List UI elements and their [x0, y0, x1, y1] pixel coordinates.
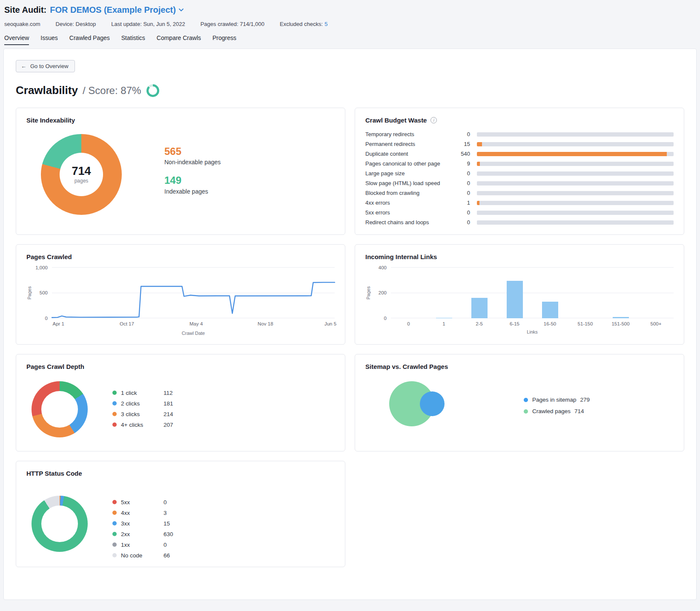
x-tick: 2-5 — [462, 321, 497, 326]
tab-overview[interactable]: Overview — [4, 34, 29, 45]
y-tick: 1,000 — [35, 265, 48, 270]
legend-dot — [112, 500, 117, 504]
last-update-label: Last update: Sun, Jun 5, 2022 — [111, 21, 185, 27]
budget-bar-track — [477, 181, 674, 186]
legend-value: 3 — [164, 510, 167, 516]
excluded-checks-label: Excluded checks: — [280, 21, 323, 27]
legend-item-3-clicks: 3 clicks 214 — [112, 411, 173, 417]
crawl-budget-row: Blocked from crawling0 — [365, 189, 674, 197]
card-pages-crawled: Pages Crawled Pages 1,000 500 0 Apr — [16, 244, 345, 345]
excluded-checks: Excluded checks:5 — [280, 21, 327, 27]
legend-value: 181 — [164, 400, 173, 407]
x-tick: 1 — [426, 321, 462, 326]
links-bar[interactable] — [507, 281, 523, 319]
legend-value: 15 — [164, 520, 170, 527]
x-tick: Apr 1 — [53, 321, 65, 326]
tab-crawled-pages[interactable]: Crawled Pages — [69, 34, 110, 45]
header: Site Audit: FOR DEMOS (Example Project) … — [0, 0, 700, 45]
budget-bar-track — [477, 171, 674, 176]
legend-dot — [112, 532, 117, 536]
excluded-checks-link[interactable]: 5 — [324, 21, 327, 27]
budget-bar-track — [477, 132, 674, 137]
donut-center: 714 pages — [60, 153, 103, 196]
pages-crawled-plot[interactable] — [52, 267, 335, 318]
tab-compare-crawls[interactable]: Compare Crawls — [157, 34, 201, 45]
legend-label: Pages in sitemap — [532, 397, 577, 403]
crawl-depth-legend: 1 click 112 2 clicks 181 3 clicks 214 — [112, 390, 173, 443]
card-sitemap-vs-crawled: Sitemap vs. Crawled Pages Pages in sitem… — [355, 354, 684, 451]
device-label: Device: Desktop — [56, 21, 96, 27]
back-button-label: Go to Overview — [30, 63, 69, 69]
crawl-budget-row: Redirect chains and loops0 — [365, 219, 674, 226]
legend-label: 3xx — [121, 520, 164, 527]
legend-item-2xx: 2xx 630 — [112, 531, 173, 537]
http-status-donut-wrap — [32, 496, 88, 553]
card-title-http-status-code: HTTP Status Code — [26, 470, 335, 477]
card-site-indexability: Site Indexability 714 pages 565 Non-inde… — [16, 108, 345, 235]
crawl-budget-row: 5xx errors0 — [365, 209, 674, 216]
legend-dot — [112, 511, 117, 515]
card-title-sitemap-vs-crawled: Sitemap vs. Crawled Pages — [365, 363, 674, 370]
links-bar[interactable] — [613, 317, 629, 318]
legend-label: 5xx — [121, 499, 164, 505]
x-tick: 51-150 — [568, 321, 603, 326]
legend-label: 1xx — [121, 542, 164, 548]
budget-bar-track — [477, 220, 674, 225]
indexable-label: Indexable pages — [164, 188, 221, 195]
project-selector[interactable]: FOR DEMOS (Example Project) — [50, 5, 184, 15]
x-tick: 151-500 — [603, 321, 638, 326]
site-indexability-body: 714 pages 565 Non-indexable pages 149 In… — [26, 134, 335, 215]
y-tick-labels: 1,000 500 0 — [32, 267, 52, 318]
x-axis-title: Links — [371, 329, 674, 334]
tab-issues[interactable]: Issues — [40, 34, 57, 45]
total-pages-value: 714 — [72, 165, 91, 178]
back-arrow-icon: ← — [21, 63, 26, 69]
non-indexable-count: 565 — [164, 146, 221, 157]
y-tick: 500 — [40, 290, 48, 295]
non-indexable-item: 565 Non-indexable pages — [164, 146, 221, 166]
x-tick: Oct 17 — [120, 321, 134, 326]
http-status-legend: 5xx 0 4xx 3 3xx 15 2xx — [112, 499, 173, 558]
indexable-item: 149 Indexable pages — [164, 175, 221, 194]
crawl-budget-row: Duplicate content540 — [365, 150, 674, 157]
x-tick: Nov 18 — [258, 321, 273, 326]
x-axis-title: Crawl Date — [32, 331, 335, 336]
venn-diagram[interactable] — [387, 375, 462, 436]
legend-value: 630 — [164, 531, 173, 537]
cards-grid: Site Indexability 714 pages 565 Non-inde… — [16, 108, 684, 567]
budget-bar-fill — [477, 201, 479, 205]
score-label: / Score: 87% — [83, 85, 141, 97]
legend-value: 112 — [164, 390, 173, 396]
links-bar[interactable] — [436, 318, 452, 319]
legend-label: Crawled pages — [532, 408, 571, 414]
tab-statistics[interactable]: Statistics — [121, 34, 145, 45]
legend-label: 1 click — [121, 390, 164, 396]
page-title-row: Crawlability / Score: 87% — [16, 84, 684, 97]
crawl-depth-body: 1 click 112 2 clicks 181 3 clicks 214 — [26, 374, 335, 443]
crawl-depth-donut[interactable] — [32, 381, 88, 437]
links-bar[interactable] — [471, 298, 488, 318]
site-indexability-donut[interactable]: 714 pages — [41, 134, 122, 215]
y-tick: 400 — [379, 265, 387, 270]
http-status-donut[interactable] — [32, 496, 88, 552]
legend-value: 714 — [574, 408, 584, 414]
legend-dot — [112, 542, 117, 547]
legend-item-4xx: 4xx 3 — [112, 510, 173, 516]
legend-label: No code — [121, 552, 164, 559]
crawl-budget-row: Large page size0 — [365, 170, 674, 177]
go-to-overview-button[interactable]: ← Go to Overview — [16, 60, 75, 72]
links-bar[interactable] — [542, 302, 558, 318]
info-icon[interactable]: i — [430, 117, 437, 123]
page-title: Crawlability — [16, 84, 78, 97]
legend-value: 66 — [164, 552, 170, 559]
legend-label: 4xx — [121, 510, 164, 516]
budget-bar-fill — [477, 162, 480, 166]
card-title-pages-crawl-depth: Pages Crawl Depth — [26, 363, 335, 370]
tab-progress[interactable]: Progress — [212, 34, 236, 45]
budget-bar-fill — [477, 152, 667, 156]
card-title-incoming-internal-links: Incoming Internal Links — [365, 253, 674, 260]
links-bars — [391, 267, 674, 318]
legend-item-2-clicks: 2 clicks 181 — [112, 400, 173, 406]
x-tick: 6-15 — [497, 321, 532, 326]
domain-label: seoquake.com — [4, 21, 40, 27]
